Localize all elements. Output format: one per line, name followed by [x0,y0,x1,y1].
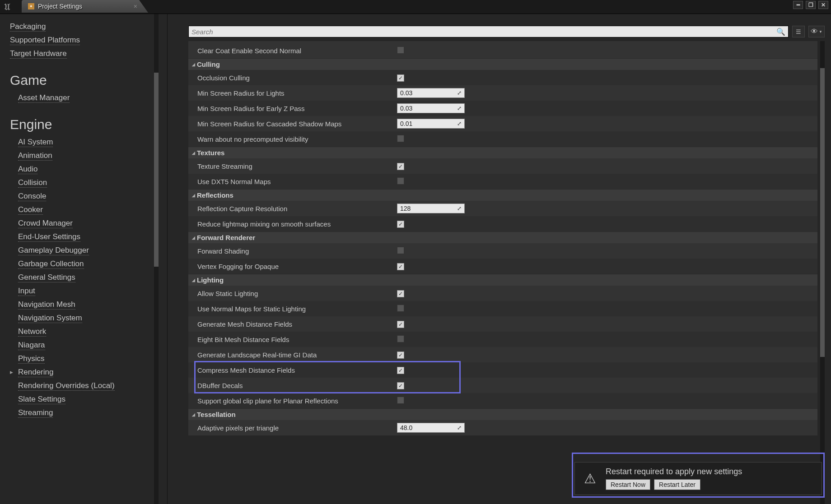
property-label: Min Screen Radius for Early Z Pass [188,105,396,112]
minimize-button[interactable]: ━ [793,1,803,9]
numeric-value: 0.03 [400,89,412,97]
content-scrollbar[interactable] [820,41,825,504]
close-icon[interactable]: × [134,3,142,10]
sidebar-item-garbage-collection[interactable]: Garbage Collection [18,259,84,269]
sidebar-item-console[interactable]: Console [18,192,46,201]
section-header-forward-renderer[interactable]: ◢Forward Renderer [188,231,817,243]
sidebar-item-packaging[interactable]: Packaging [10,22,46,32]
numeric-value: 0.01 [400,120,412,127]
list-view-button[interactable]: ☰ [792,26,805,37]
search-input-container[interactable]: 🔍 [188,26,789,37]
restart-now-button[interactable]: Restart Now [606,479,650,490]
spinner-icon[interactable]: ⤢ [457,105,462,111]
sidebar-item-streaming[interactable]: Streaming [18,408,53,418]
maximize-button[interactable]: ❐ [806,1,816,9]
view-options-button[interactable]: 👁 ▼ [808,26,825,37]
property-label: Texture Streaming [188,162,396,170]
spinner-icon[interactable]: ⤢ [457,90,462,96]
sidebar-item-niagara[interactable]: Niagara [18,341,45,350]
search-input[interactable] [191,28,776,36]
numeric-input-min-screen-radius-for-cascaded-shadow-maps[interactable]: 0.01⤢ [397,119,465,129]
property-label: Min Screen Radius for Lights [188,89,396,97]
sidebar-item-animation[interactable]: Animation [18,151,52,161]
checkbox-forward-shading[interactable] [397,247,404,254]
property-label: Forward Shading [188,247,396,255]
section-header-lighting[interactable]: ◢Lighting [188,274,817,286]
disclosure-icon: ◢ [192,62,195,67]
numeric-input-min-screen-radius-for-early-z-pass[interactable]: 0.03⤢ [397,103,465,113]
property-label: Allow Static Lighting [188,290,396,297]
checkbox-reduce-lightmap-mixing-on-smooth-surfaces[interactable]: ✓ [397,221,404,228]
sidebar-item-end-user-settings[interactable]: End-User Settings [18,232,80,242]
property-row: Min Screen Radius for Cascaded Shadow Ma… [188,116,817,131]
property-label: Min Screen Radius for Cascaded Shadow Ma… [188,120,396,128]
checkbox-dbuffer-decals[interactable]: ✓ [397,382,404,389]
spinner-icon[interactable]: ⤢ [457,205,462,212]
sidebar-item-navigation-mesh[interactable]: Navigation Mesh [18,300,75,310]
property-row: Min Screen Radius for Lights0.03⤢ [188,85,817,101]
property-row: Generate Mesh Distance Fields✓ [188,316,817,332]
sidebar-scrollbar[interactable] [154,14,159,504]
search-icon: 🔍 [776,28,785,36]
checkbox-generate-landscape-real-time-gi-data[interactable]: ✓ [397,351,404,359]
numeric-input-reflection-capture-resolution[interactable]: 128⤢ [397,203,465,213]
sidebar-item-asset-manager[interactable]: Asset Manager [18,93,70,103]
property-label: Use DXT5 Normal Maps [188,178,396,185]
property-row: Warn about no precomputed visibility [188,131,817,147]
sidebar-item-target-hardware[interactable]: Target Hardware [10,49,67,59]
numeric-input-min-screen-radius-for-lights[interactable]: 0.03⤢ [397,88,465,98]
sidebar-item-crowd-manager[interactable]: Crowd Manager [18,219,73,228]
numeric-input-adaptive-pixels-per-triangle[interactable]: 48.0⤢ [397,423,465,433]
tab-project-settings[interactable]: Project Settings × [22,0,148,13]
sidebar-item-supported-platforms[interactable]: Supported Platforms [10,36,80,45]
checkbox-eight-bit-mesh-distance-fields[interactable] [397,335,404,342]
property-label: Clear Coat Enable Second Normal [188,47,396,55]
sidebar-item-slate-settings[interactable]: Slate Settings [18,395,65,404]
section-header-tessellation[interactable]: ◢Tessellation [188,408,817,420]
property-row: Use DXT5 Normal Maps [188,174,817,189]
checkbox-support-global-clip-plane-for-planar-reflections[interactable] [397,397,404,404]
checkbox-use-normal-maps-for-static-lighting[interactable] [397,305,404,312]
section-header-culling[interactable]: ◢Culling [188,58,817,70]
sidebar-item-rendering[interactable]: Rendering [18,368,53,377]
sidebar-item-cooker[interactable]: Cooker [18,205,43,215]
section-header-textures[interactable]: ◢Textures [188,147,817,158]
spinner-icon[interactable]: ⤢ [457,425,462,431]
checkbox-compress-mesh-distance-fields[interactable]: ✓ [397,367,404,374]
property-label: Reflection Capture Resolution [188,205,396,213]
sidebar-item-ai-system[interactable]: AI System [18,138,53,147]
checkbox-use-dxt5-normal-maps[interactable] [397,177,404,185]
sidebar-item-input[interactable]: Input [18,287,35,296]
checkbox-clear-coat-enable-second-normal[interactable] [397,46,404,54]
sidebar-item-audio[interactable]: Audio [18,165,37,174]
sidebar-item-gameplay-debugger[interactable]: Gameplay Debugger [18,246,89,255]
checkbox-warn-about-no-precomputed-visibility[interactable] [397,135,404,142]
sidebar-item-navigation-system[interactable]: Navigation System [18,314,82,323]
property-row: Use Normal Maps for Static Lighting [188,301,817,316]
sidebar-item-physics[interactable]: Physics [18,354,45,364]
sidebar-item-collision[interactable]: Collision [18,178,47,188]
checkbox-generate-mesh-distance-fields[interactable]: ✓ [397,321,404,328]
checkbox-allow-static-lighting[interactable]: ✓ [397,290,404,297]
property-row: DBuffer Decals✓ [188,378,817,393]
disclosure-icon: ◢ [192,151,195,155]
property-label: Warn about no precomputed visibility [188,135,396,143]
checkbox-vertex-fogging-for-opaque[interactable]: ✓ [397,263,404,270]
restart-later-button[interactable]: Restart Later [654,479,700,490]
chevron-down-icon: ▼ [819,30,822,34]
checkbox-occlusion-culling[interactable]: ✓ [397,74,404,82]
property-row: Forward Shading [188,243,817,259]
disclosure-icon: ◢ [192,193,195,198]
property-row: Occlusion Culling✓ [188,70,817,85]
section-header-label: Textures [197,149,224,157]
property-label: Reduce lightmap mixing on smooth surface… [188,220,396,228]
close-window-button[interactable]: ✕ [818,1,828,9]
numeric-value: 128 [400,205,411,212]
property-row: Compress Mesh Distance Fields✓ [188,362,817,378]
spinner-icon[interactable]: ⤢ [457,120,462,127]
sidebar-item-rendering-overrides-local-[interactable]: Rendering Overrides (Local) [18,381,115,391]
sidebar-item-general-settings[interactable]: General Settings [18,273,75,282]
section-header-reflections[interactable]: ◢Reflections [188,189,817,201]
sidebar-item-network[interactable]: Network [18,327,46,337]
checkbox-texture-streaming[interactable]: ✓ [397,163,404,170]
